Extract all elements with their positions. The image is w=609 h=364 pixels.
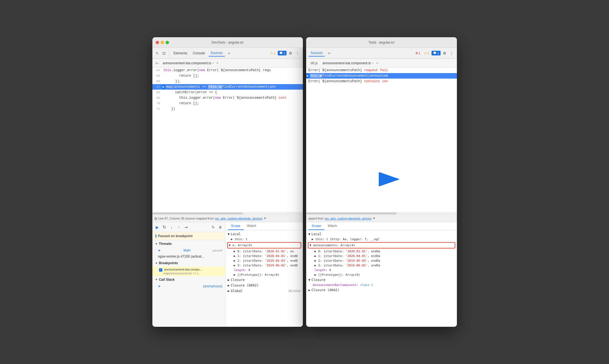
closure-section-right[interactable]: ▼ Closure	[306, 277, 457, 283]
bp-checkbox[interactable]: ✓	[159, 268, 162, 272]
settings-icon-right[interactable]: ⚙	[442, 50, 448, 56]
array-key-right: announcements: Array(4)	[313, 243, 355, 247]
deactivate-breakpoints-btn[interactable]: ⏸	[218, 224, 223, 230]
close-button[interactable]	[156, 41, 159, 44]
file-tab-left[interactable]: announcement-bar.component.ts ×	[161, 60, 216, 66]
resume-btn[interactable]: ▶	[155, 224, 160, 230]
code-editor-left: 64 this.logger.error(new Error(`${announ…	[152, 68, 303, 222]
source-map-link-right[interactable]: src_app_custom-elements_annour	[325, 217, 372, 220]
this-key-right: this: t {http: Ae, logger: T, __ngC	[315, 237, 379, 241]
bottom-panel-right: Scope Watch ▼ Local ▶ this: t {http: Ae,…	[306, 222, 457, 327]
closure-6042-label-left: Closure (6042)	[231, 283, 259, 287]
more-icon-right[interactable]: ⋮	[449, 50, 455, 56]
closure-6042-section-right[interactable]: ▶ Closure (6042)	[306, 287, 457, 293]
status-dropdown-right[interactable]: ▼	[373, 217, 375, 220]
code-line-71: 71 })	[152, 106, 303, 112]
file-tab-name-left: announcement-bar.component.ts	[163, 61, 211, 65]
this-item-right: ▶ this: t {http: Ae, logger: T, __ngC	[306, 237, 457, 242]
array-3-right: ▶ 3: {startDate: '2019-06-02', endDa	[306, 263, 457, 268]
code-line-69: 69 this.logger.error(new Error(`${announ…	[152, 95, 303, 101]
bp-code: map(announcements => t...	[159, 272, 201, 275]
file-tab-name-right: announcement-bar.component.ts	[322, 61, 371, 65]
code-line-r3: Error(`${announcementsPath} contains inv	[306, 79, 457, 84]
scope-content-right[interactable]: ▼ Local ▶ this: t {http: Ae, logger: T, …	[306, 230, 457, 327]
step-out-btn[interactable]: ↑	[176, 224, 182, 230]
file-tab-close-left[interactable]: ×	[212, 61, 214, 65]
window-title-right: Tools - angular.io/	[369, 41, 394, 44]
watch-tab-left[interactable]: Watch	[244, 222, 260, 230]
minimize-button[interactable]	[161, 41, 164, 44]
info-icon: ℹ	[155, 234, 157, 238]
callstack-section-header[interactable]: ▼ Call Stack	[152, 276, 225, 283]
cursor-icon[interactable]: ↖	[155, 50, 160, 56]
console-tab[interactable]: Console	[191, 50, 207, 56]
window-title-left: DevTools - angular.io/	[212, 41, 243, 44]
layout-icon[interactable]: ⊡	[161, 50, 167, 56]
worker-thread-item[interactable]: ngsw-worker.js #7100 (activat...	[152, 253, 225, 259]
elements-tab[interactable]: Elements	[171, 50, 190, 56]
scope-content-left[interactable]: ▼ Local ▶ this: t ▼ e: Array(4)	[226, 230, 303, 327]
main-toolbar-right: Sources » ⊗ 1 ⚠ 2 💬 1 ⚙ ⋮	[306, 48, 457, 59]
this-key: this: t	[235, 237, 247, 241]
more-icon-left[interactable]: ⋮	[295, 50, 301, 56]
sources-tab-right[interactable]: Sources	[308, 50, 325, 57]
edit-breakpoints-btn[interactable]: ✎	[210, 224, 216, 230]
step-over-btn[interactable]: ↻	[162, 224, 167, 230]
format-icon-left[interactable]: {}	[155, 217, 157, 220]
main-thread-label: Main	[183, 248, 190, 252]
more-tabs-right[interactable]: »	[326, 50, 332, 56]
array-2-right: ▶ 2: {startDate: '2019-05-03', endDa	[306, 258, 457, 263]
status-text-left: Line 67, Column 35 (source mapped from	[158, 217, 214, 220]
more-tabs-left[interactable]: »	[226, 50, 232, 56]
array-highlight-box-left: ▼ e: Array(4)	[227, 242, 301, 248]
file-tab-close-right[interactable]: ×	[372, 61, 374, 65]
debug-toolbar-left: ▶ ↻ ↓ ↑ ⇥ ✎ ⏸	[152, 222, 225, 232]
status-bar-right: apped from src_app_custom-elements_annou…	[306, 214, 457, 222]
code-scrollbar-left[interactable]	[152, 212, 303, 214]
scope-tab-left[interactable]: Scope	[228, 222, 244, 230]
file-tab-d8[interactable]: d8.js	[308, 60, 320, 66]
closure-6042-section-left[interactable]: ▶ Closure (6042)	[226, 283, 303, 288]
toolbar-separator	[169, 50, 169, 56]
step-btn[interactable]: ⇥	[183, 224, 189, 230]
watch-tab-right[interactable]: Watch	[324, 222, 340, 230]
this-item-left: ▶ this: t	[226, 237, 303, 242]
scope-tab-right[interactable]: Scope	[308, 222, 324, 230]
breakpoints-section-header[interactable]: ▼ Breakpoints	[152, 259, 225, 267]
main-thread-status: paused	[212, 249, 222, 252]
length-item-left: length: 4	[226, 268, 303, 272]
maximize-button[interactable]	[166, 41, 169, 44]
threads-section-header[interactable]: ▼ Threads	[152, 240, 225, 247]
main-layout-left: 64 this.logger.error(new Error(`${announ…	[152, 68, 303, 222]
closure-label-right: Closure	[311, 278, 325, 282]
this-triangle: ▶	[231, 237, 235, 241]
sidebar-toggle-icon[interactable]: ⊢	[155, 60, 160, 66]
debug-controls-left: ▶ ↻ ↓ ↑ ⇥ ✎ ⏸ ℹ Paused on breakpoint ▼	[152, 222, 226, 327]
code-area-right[interactable]: Error(`${announcementsPath} request fail…	[306, 68, 457, 212]
scope-panel-right: Scope Watch ▼ Local ▶ this: t {http: Ae,…	[306, 222, 457, 327]
local-triangle: ▼	[228, 232, 230, 236]
local-section-left[interactable]: ▼ Local	[226, 231, 303, 237]
main-thread-item[interactable]: ➤ Main paused	[152, 247, 225, 253]
this-triangle-right: ▶	[312, 237, 315, 241]
source-map-link-left[interactable]: src_app_custom-elements_announ	[215, 217, 263, 220]
chat-badge-left: 💬 1	[278, 51, 287, 55]
callstack-label: Call Stack	[159, 278, 174, 282]
closure-label-left: Closure	[231, 278, 245, 282]
settings-icon-left[interactable]: ⚙	[288, 50, 293, 56]
sources-tab-left[interactable]: Sources	[208, 50, 225, 57]
more-tabs-icon-left[interactable]: »	[217, 61, 218, 65]
callstack-item[interactable]: ➤ (anonymous)	[152, 283, 225, 289]
local-section-right[interactable]: ▼ Local	[306, 231, 457, 237]
step-into-btn[interactable]: ↓	[169, 224, 174, 230]
file-tab-right[interactable]: announcement-bar.component.ts ×	[320, 60, 376, 66]
closure-section-left[interactable]: ▶ Closure	[226, 277, 303, 283]
global-section-left[interactable]: ▶ Global Window	[226, 288, 303, 294]
breakpoint-item[interactable]: ✓ announcement-bar.compo... map(announce…	[152, 267, 225, 276]
code-area-left[interactable]: 64 this.logger.error(new Error(`${announ…	[152, 68, 303, 212]
status-dropdown-left[interactable]: ▼	[264, 217, 266, 220]
more-tabs-icon-right[interactable]: »	[377, 61, 378, 65]
array-1-right: ▶ 1: {startDate: '2020-04-01', endDa	[306, 254, 457, 258]
breakpoints-label: Breakpoints	[159, 261, 178, 265]
code-scrollbar-right[interactable]	[306, 212, 457, 214]
